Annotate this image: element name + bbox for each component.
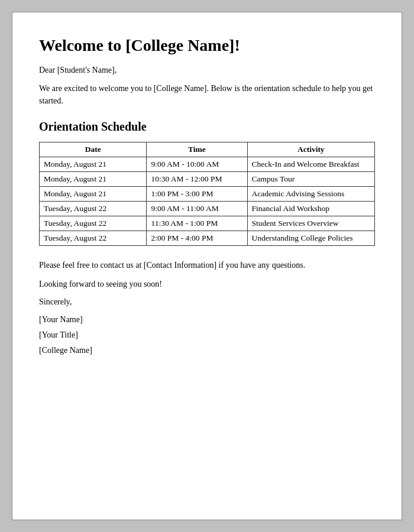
cell-activity: Campus Tour — [247, 172, 374, 187]
cell-date: Monday, August 21 — [40, 187, 147, 202]
cell-activity: Academic Advising Sessions — [247, 187, 374, 202]
cell-time: 11:30 AM - 1:00 PM — [147, 216, 247, 231]
cell-time: 9:00 AM - 10:00 AM — [147, 157, 247, 172]
cell-activity: Financial Aid Workshop — [247, 202, 374, 216]
intro-paragraph: We are excited to welcome you to [Colleg… — [39, 82, 375, 107]
schedule-heading: Orientation Schedule — [39, 120, 375, 134]
table-row: Monday, August 2110:30 AM - 12:00 PMCamp… — [40, 172, 375, 187]
cell-date: Tuesday, August 22 — [40, 216, 147, 231]
schedule-table: Date Time Activity Monday, August 219:00… — [39, 142, 375, 246]
college-name-signature: [College Name] — [39, 346, 375, 355]
cell-time: 9:00 AM - 11:00 AM — [147, 202, 247, 216]
col-header-date: Date — [40, 142, 147, 157]
table-row: Tuesday, August 2211:30 AM - 1:00 PMStud… — [40, 216, 375, 231]
cell-date: Monday, August 21 — [40, 172, 147, 187]
cell-activity: Check-In and Welcome Breakfast — [247, 157, 374, 172]
cell-activity: Student Services Overview — [247, 216, 374, 231]
table-row: Monday, August 211:00 PM - 3:00 PMAcadem… — [40, 187, 375, 202]
your-name: [Your Name] — [39, 315, 375, 325]
col-header-time: Time — [147, 142, 247, 157]
closing-text: Looking forward to seeing you soon! — [39, 280, 375, 289]
table-row: Tuesday, August 222:00 PM - 4:00 PMUnder… — [40, 231, 375, 246]
cell-date: Tuesday, August 22 — [40, 231, 147, 246]
greeting-text: Dear [Student's Name], — [39, 66, 375, 75]
cell-time: 1:00 PM - 3:00 PM — [147, 187, 247, 202]
cell-activity: Understanding College Policies — [247, 231, 374, 246]
cell-time: 10:30 AM - 12:00 PM — [147, 172, 247, 187]
col-header-activity: Activity — [247, 142, 374, 157]
cell-time: 2:00 PM - 4:00 PM — [147, 231, 247, 246]
page-container: Welcome to [College Name]! Dear [Student… — [12, 12, 402, 520]
cell-date: Monday, August 21 — [40, 157, 147, 172]
page-title: Welcome to [College Name]! — [39, 36, 375, 55]
cell-date: Tuesday, August 22 — [40, 202, 147, 216]
table-row: Monday, August 219:00 AM - 10:00 AMCheck… — [40, 157, 375, 172]
table-row: Tuesday, August 229:00 AM - 11:00 AMFina… — [40, 202, 375, 216]
your-title: [Your Title] — [39, 330, 375, 340]
sincerely-text: Sincerely, — [39, 297, 375, 307]
contact-paragraph: Please feel free to contact us at [Conta… — [39, 259, 375, 271]
